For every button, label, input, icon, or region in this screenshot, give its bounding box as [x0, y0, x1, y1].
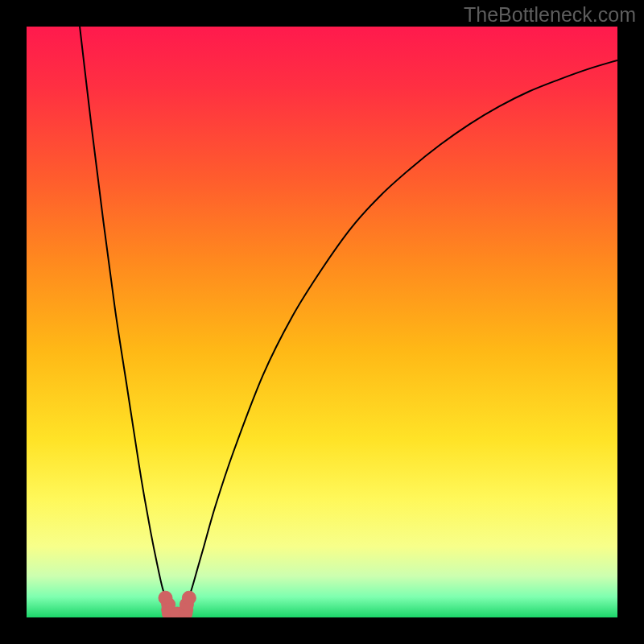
plot-area — [27, 27, 617, 617]
plot-svg — [27, 27, 617, 617]
gradient-background — [27, 27, 617, 617]
watermark-text: TheBottleneck.com — [464, 3, 636, 27]
chart-frame: TheBottleneck.com — [0, 0, 644, 644]
min-marker — [182, 591, 196, 605]
